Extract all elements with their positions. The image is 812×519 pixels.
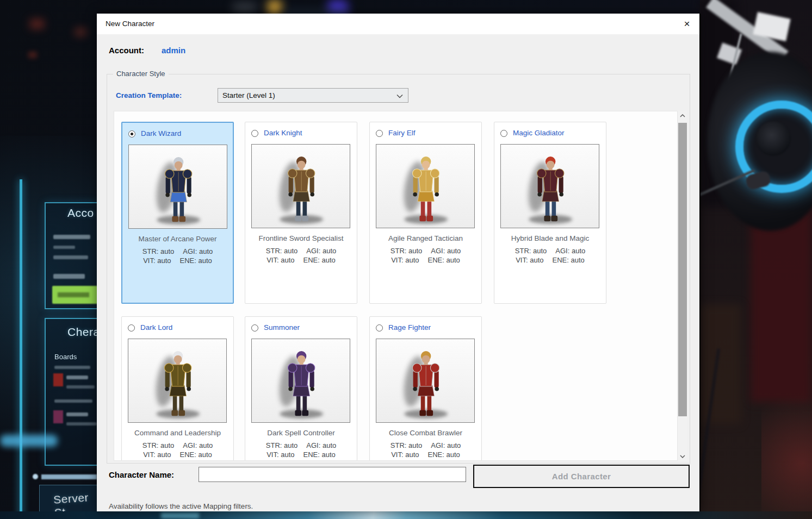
class-subtitle: Frontline Sword Specialist [245, 234, 357, 242]
bg-cyan-line [20, 179, 22, 519]
dialog-title: New Character [106, 20, 154, 28]
class-subtitle: Hybrid Blade and Magic [494, 234, 606, 242]
class-stats: STR: autoAGI: autoVIT: autoENE: auto [245, 246, 357, 265]
class-card-fairy-elf[interactable]: Fairy Elf Agile Ranged TacticianSTR: aut… [369, 122, 482, 304]
class-cards-panel: Dark Wizard Master of Arcane PowerSTR: a… [114, 111, 678, 461]
class-name: Dark Lord [140, 323, 172, 332]
portrait-frame [128, 339, 227, 423]
bg-bottom-text-smudge [161, 512, 199, 518]
class-stats: STR: autoAGI: autoVIT: autoENE: autoCMD:… [122, 441, 233, 461]
class-card-dark-wizard[interactable]: Dark Wizard Master of Arcane PowerSTR: a… [121, 122, 234, 304]
portrait-frame [376, 339, 475, 423]
class-stats: STR: autoAGI: autoVIT: autoENE: auto [370, 246, 481, 265]
class-stats: STR: autoAGI: autoVIT: autoENE: auto [122, 247, 233, 265]
class-subtitle: Master of Arcane Power [122, 235, 233, 243]
class-subtitle: Command and Leadership [122, 429, 233, 437]
class-card-summoner[interactable]: Summoner Dark Spell ControllerSTR: autoA… [245, 316, 357, 461]
chevron-up-icon [680, 114, 685, 117]
radio-magic-gladiator[interactable] [500, 130, 507, 137]
bg-bottom-strip [0, 511, 812, 519]
hud-thumb [53, 373, 63, 386]
character-portrait [129, 145, 227, 228]
class-name: Summoner [264, 323, 300, 332]
dialog-titlebar: New Character × [97, 14, 699, 34]
radio-dark-knight[interactable] [251, 130, 258, 137]
class-card-rage-fighter[interactable]: Rage Fighter Close Combat BrawlerSTR: au… [369, 316, 482, 461]
screen: Acco Chera Boards Server St A [0, 0, 812, 519]
creation-template-select[interactable]: Starter (Level 1) [218, 88, 408, 103]
portrait-frame [251, 339, 350, 423]
account-value: admin [162, 46, 185, 55]
account-label: Account: [109, 46, 144, 55]
portrait-frame [251, 144, 350, 228]
portrait-frame [500, 144, 599, 228]
character-portrait [128, 339, 226, 422]
bg-neck [700, 304, 741, 424]
bg-red-blob [75, 28, 86, 36]
close-icon[interactable]: × [680, 17, 694, 30]
bg-red-blob [30, 19, 44, 29]
character-style-groupbox: Character Style Creation Template: Start… [107, 74, 690, 464]
creation-template-value: Starter (Level 1) [222, 91, 275, 99]
class-name: Fairy Elf [388, 129, 416, 137]
character-name-label: Character Name: [109, 470, 174, 479]
class-stats: STR: autoAGI: autoVIT: autoENE: auto [494, 246, 606, 265]
hud-progress-bar [41, 474, 97, 479]
bg-cyan-streak [0, 435, 58, 447]
add-character-button[interactable]: Add Character [473, 465, 690, 488]
character-portrait [252, 339, 350, 422]
class-name: Dark Knight [264, 129, 302, 137]
portrait-frame [128, 145, 227, 229]
hud-account-panel: Acco [45, 202, 98, 309]
class-card-magic-gladiator[interactable]: Magic Gladiator Hybrid Blade and MagicST… [494, 122, 606, 304]
bg-red-glow-bottom [761, 380, 812, 519]
class-subtitle: Agile Ranged Tactician [370, 234, 481, 242]
class-stats: STR: autoAGI: autoVIT: autoENE: auto [245, 441, 357, 459]
new-character-dialog: New Character × Account: admin Character… [97, 14, 701, 511]
hud-character-title: Chera [67, 326, 100, 339]
hud-thumb [53, 410, 63, 423]
character-portrait [376, 145, 474, 228]
headset-logo [756, 121, 791, 156]
radio-dark-wizard[interactable] [128, 130, 135, 137]
vertical-scrollbar[interactable] [678, 111, 687, 461]
bg-yellow-glow [268, 0, 282, 15]
class-card-dark-knight[interactable]: Dark Knight Frontline Sword SpecialistST… [245, 122, 357, 304]
hud-progress-dot [33, 474, 38, 479]
hud-server-panel: Server St [39, 485, 98, 514]
radio-dark-lord[interactable] [128, 324, 135, 332]
character-portrait [501, 145, 599, 228]
scroll-down-button[interactable] [678, 452, 687, 461]
character-portrait [252, 145, 350, 228]
class-name: Rage Fighter [388, 323, 431, 332]
class-name: Magic Gladiator [513, 129, 565, 137]
hud-boards-label: Boards [54, 353, 77, 361]
chevron-down-icon [396, 94, 403, 98]
class-name: Dark Wizard [141, 129, 181, 137]
scrollbar-thumb[interactable] [678, 123, 687, 416]
class-stats: STR: autoAGI: autoVIT: autoENE: auto [370, 441, 481, 459]
creation-template-label: Creation Template: [116, 91, 182, 99]
class-card-dark-lord[interactable]: Dark Lord Command and LeadershipSTR: aut… [121, 316, 234, 461]
class-subtitle: Dark Spell Controller [245, 429, 357, 437]
bg-red-blob [28, 52, 37, 58]
character-name-input[interactable] [199, 467, 466, 482]
radio-fairy-elf[interactable] [376, 130, 383, 137]
bg-gray-glow [233, 2, 257, 13]
hud-account-title: Acco [67, 207, 94, 220]
character-style-group-title: Character Style [113, 70, 169, 78]
portrait-frame [376, 144, 475, 228]
radio-rage-fighter[interactable] [376, 324, 383, 332]
chevron-down-icon [680, 455, 685, 458]
availability-note: Availability follows the active Mapping … [109, 502, 253, 510]
radio-summoner[interactable] [251, 324, 258, 332]
hud-green-button [52, 286, 98, 304]
class-subtitle: Close Combat Brawler [370, 429, 481, 437]
character-portrait [376, 339, 474, 422]
scroll-up-button[interactable] [678, 111, 687, 120]
